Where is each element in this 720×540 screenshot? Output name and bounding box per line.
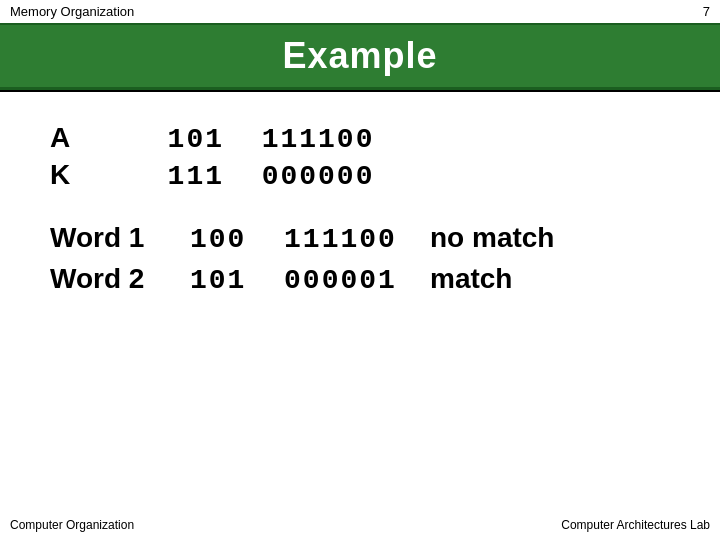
def-number-k: 111 000000 <box>130 161 374 192</box>
word-1-label: Word 1 <box>50 222 190 254</box>
word-1-result: no match <box>430 222 554 254</box>
footer-right: Computer Architectures Lab <box>561 518 710 532</box>
def-row-k: K 111 000000 <box>50 159 670 192</box>
word-row-1: Word 1 100 111100 no match <box>50 222 670 255</box>
slide-title: Example <box>0 35 720 77</box>
def-letter-k: K <box>50 159 130 191</box>
word-2-result: match <box>430 263 512 295</box>
slide-number: 7 <box>703 4 710 19</box>
def-letter-a: A <box>50 122 130 154</box>
footer-left: Computer Organization <box>10 518 134 532</box>
word-2-bits: 101 000001 <box>190 265 390 296</box>
words-section: Word 1 100 111100 no match Word 2 101 00… <box>50 222 670 296</box>
def-row-a: A 101 111100 <box>50 122 670 155</box>
footer: Computer Organization Computer Architect… <box>0 518 720 532</box>
header-title: Memory Organization <box>10 4 134 19</box>
def-number-a: 101 111100 <box>130 124 374 155</box>
word-row-2: Word 2 101 000001 match <box>50 263 670 296</box>
title-bar: Example <box>0 23 720 90</box>
top-bar: Memory Organization 7 <box>0 0 720 23</box>
word-1-bits: 100 111100 <box>190 224 390 255</box>
definitions-section: A 101 111100 K 111 000000 <box>50 122 670 192</box>
word-2-label: Word 2 <box>50 263 190 295</box>
content: A 101 111100 K 111 000000 Word 1 100 111… <box>0 92 720 334</box>
